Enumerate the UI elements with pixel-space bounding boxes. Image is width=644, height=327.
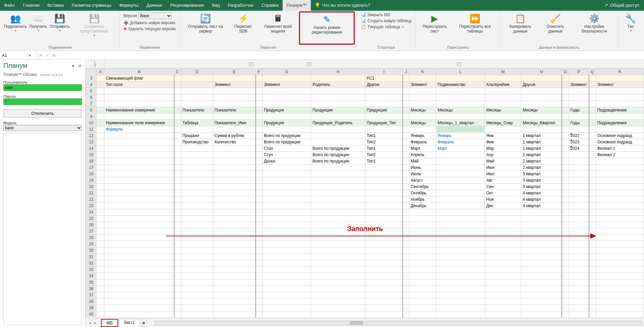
cell-G26[interactable] (262, 222, 311, 228)
version-select[interactable]: Base (138, 12, 172, 19)
cell-R33[interactable] (596, 267, 644, 273)
cell-Q34[interactable] (589, 273, 596, 279)
cell-D34[interactable] (181, 273, 213, 279)
cell-A40[interactable] (97, 311, 104, 318)
row-header-18[interactable]: 18 (86, 171, 97, 177)
cell-E17[interactable] (213, 165, 255, 171)
cell-E14[interactable] (213, 145, 255, 152)
outline-collapse-K[interactable]: − (457, 62, 461, 66)
cell-E4[interactable]: Элемент (213, 82, 255, 88)
cell-E6[interactable] (213, 94, 255, 101)
cell-P14[interactable]: 2024 (569, 145, 589, 152)
cell-L19[interactable] (436, 177, 485, 184)
cell-E11[interactable] (213, 126, 255, 133)
row-header-26[interactable]: 26 (86, 222, 97, 228)
cell-R18[interactable] (596, 171, 644, 177)
cell-N37[interactable] (521, 292, 562, 298)
cell-G21[interactable] (262, 190, 311, 196)
col-header-Q[interactable]: Q (589, 69, 596, 75)
cell-O10[interactable] (562, 120, 569, 126)
cell-R10[interactable]: Подразделения (596, 120, 644, 126)
cell-A11[interactable] (97, 126, 104, 133)
cell-B35[interactable] (104, 279, 174, 286)
cell-P35[interactable] (569, 279, 589, 286)
cell-N5[interactable] (521, 88, 562, 94)
cell-J13[interactable] (403, 139, 409, 145)
cell-B4[interactable]: Тип поля (104, 82, 174, 88)
cell-K16[interactable]: Май (409, 158, 436, 165)
cell-B40[interactable] (104, 311, 174, 318)
cell-L35[interactable] (436, 279, 485, 286)
row-header-22[interactable]: 22 (86, 196, 97, 203)
cell-P23[interactable] (569, 203, 589, 209)
cell-Q40[interactable] (589, 311, 596, 318)
cell-H28[interactable] (311, 235, 365, 241)
cell-I18[interactable] (365, 171, 403, 177)
cell-G22[interactable] (262, 196, 311, 203)
cell-H39[interactable] (311, 305, 365, 311)
cell-A21[interactable] (97, 190, 104, 196)
cell-M27[interactable] (485, 228, 521, 235)
cell-G40[interactable] (262, 311, 311, 318)
cell-L25[interactable] (436, 216, 485, 222)
cell-K22[interactable]: Ноябрь (409, 196, 436, 203)
row-header-10[interactable]: 10 (86, 120, 97, 126)
cell-D15[interactable] (181, 152, 213, 158)
row-header-37[interactable]: 37 (86, 292, 97, 298)
cell-G11[interactable] (262, 126, 311, 133)
cell-H17[interactable] (311, 165, 365, 171)
cell-I17[interactable] (365, 165, 403, 171)
cell-F14[interactable] (256, 145, 262, 152)
cell-N4[interactable]: Другое (521, 82, 562, 88)
cell-M23[interactable]: Дек (485, 203, 521, 209)
cell-I31[interactable] (365, 254, 403, 260)
cell-Q7[interactable] (589, 101, 596, 107)
cell-H4[interactable]: Родитель (311, 82, 365, 88)
cell-H23[interactable] (311, 203, 365, 209)
cell-D31[interactable] (181, 254, 213, 260)
cell-C29[interactable] (174, 241, 181, 247)
cell-G14[interactable]: Стол (262, 145, 311, 152)
cell-E35[interactable] (213, 279, 255, 286)
cell-L7[interactable] (436, 101, 485, 107)
cell-Q23[interactable] (589, 203, 596, 209)
cell-H21[interactable] (311, 190, 365, 196)
menu-данные[interactable]: Данные (142, 0, 166, 11)
cell-O5[interactable] (562, 88, 569, 94)
row-header-14[interactable]: 14 (86, 145, 97, 152)
col-header-O[interactable]: O (562, 69, 569, 75)
cell-I35[interactable] (365, 279, 403, 286)
cell-A29[interactable] (97, 241, 104, 247)
cell-N40[interactable] (521, 311, 562, 318)
cell-F37[interactable] (256, 292, 262, 298)
cell-C34[interactable] (174, 273, 181, 279)
cell-J8[interactable] (403, 107, 409, 113)
connect-button[interactable]: 👥Подключить (3, 11, 28, 45)
cell-C21[interactable] (174, 190, 181, 196)
cell-A36[interactable] (97, 286, 104, 292)
send-sheet-server-button[interactable]: 🔄Отправить лист на сервер (182, 11, 229, 45)
cell-O40[interactable] (562, 311, 569, 318)
cell-B24[interactable] (104, 209, 174, 216)
row-header-35[interactable]: 35 (86, 279, 97, 286)
cell-D9[interactable] (181, 113, 213, 120)
cell-M12[interactable]: Янв (485, 133, 521, 139)
cell-P17[interactable] (569, 165, 589, 171)
row-header-23[interactable]: 23 (86, 203, 97, 209)
cell-P9[interactable] (569, 113, 589, 120)
cell-J28[interactable] (403, 235, 409, 241)
cell-L10[interactable]: Месяцы_1_квартал (436, 120, 485, 126)
cell-B34[interactable] (104, 273, 174, 279)
row-header-24[interactable]: 24 (86, 209, 97, 216)
cell-E21[interactable] (213, 190, 255, 196)
cell-E3[interactable] (213, 75, 255, 82)
cell-A25[interactable] (97, 216, 104, 222)
cell-B25[interactable] (104, 216, 174, 222)
cell-K30[interactable] (409, 247, 436, 254)
cell-K5[interactable] (409, 88, 436, 94)
cell-D8[interactable]: Показатели (181, 107, 213, 113)
cell-C30[interactable] (174, 247, 181, 254)
cell-E40[interactable] (213, 311, 255, 318)
cell-I27[interactable] (365, 228, 403, 235)
cell-E5[interactable] (213, 88, 255, 94)
